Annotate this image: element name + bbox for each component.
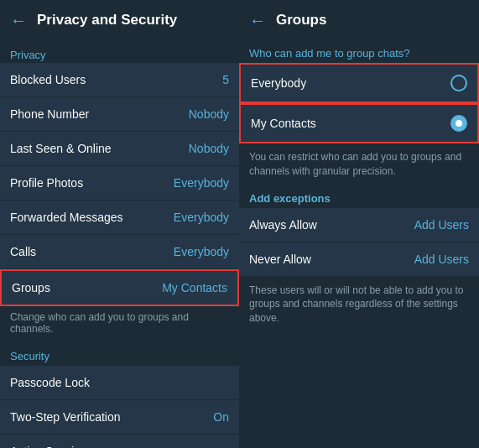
group-info-text: You can restrict who can add you to grou… [239, 143, 479, 185]
everybody-label: Everybody [251, 76, 306, 90]
profile-photos-label: Profile Photos [10, 176, 83, 190]
calls-value: Everybody [174, 245, 229, 258]
profile-photos-row[interactable]: Profile Photos Everybody [0, 166, 239, 201]
everybody-radio[interactable] [450, 75, 467, 91]
groups-sub-text: Change who can add you to groups and cha… [0, 306, 239, 340]
right-header: ← Groups [239, 0, 479, 40]
calls-label: Calls [10, 245, 36, 258]
never-allow-action[interactable]: Add Users [414, 253, 469, 266]
two-step-label: Two-Step Verification [10, 410, 121, 424]
phone-number-value: Nobody [189, 107, 229, 121]
passcode-lock-row[interactable]: Passcode Lock [0, 366, 239, 400]
two-step-value: On [213, 410, 229, 424]
right-page-title: Groups [276, 12, 326, 29]
left-header: ← Privacy and Security [0, 0, 239, 40]
last-seen-row[interactable]: Last Seen & Online Nobody [0, 132, 239, 166]
groups-label: Groups [12, 281, 50, 294]
groups-row[interactable]: Groups My Contacts [0, 269, 239, 306]
active-sessions-label: Active Sessions [10, 445, 93, 448]
right-panel: ← Groups Who can add me to group chats? … [239, 0, 479, 448]
never-allow-label: Never Allow [249, 253, 311, 266]
groups-value: My Contacts [162, 281, 227, 294]
who-can-label: Who can add me to group chats? [239, 40, 479, 63]
forwarded-messages-row[interactable]: Forwarded Messages Everybody [0, 201, 239, 235]
phone-number-label: Phone Number [10, 107, 89, 121]
blocked-users-label: Blocked Users [10, 73, 86, 86]
always-allow-action[interactable]: Add Users [414, 218, 469, 232]
phone-number-row[interactable]: Phone Number Nobody [0, 97, 239, 132]
blocked-users-value: 5 [222, 73, 229, 86]
passcode-lock-label: Passcode Lock [10, 376, 90, 389]
my-contacts-option[interactable]: My Contacts [239, 103, 479, 143]
exceptions-info-text: These users will or will not be able to … [239, 277, 479, 332]
last-seen-label: Last Seen & Online [10, 142, 112, 155]
everybody-option[interactable]: Everybody [239, 63, 479, 103]
always-allow-row[interactable]: Always Allow Add Users [239, 208, 479, 242]
privacy-section-label: Privacy [0, 44, 239, 63]
security-section-label: Security [0, 343, 239, 366]
active-sessions-row[interactable]: Active Sessions [0, 435, 239, 448]
blocked-users-row[interactable]: Blocked Users 5 [0, 63, 239, 97]
profile-photos-value: Everybody [174, 176, 229, 190]
forwarded-messages-value: Everybody [174, 211, 229, 224]
add-exceptions-label: Add exceptions [239, 185, 479, 208]
last-seen-value: Nobody [189, 142, 229, 155]
calls-row[interactable]: Calls Everybody [0, 235, 239, 269]
never-allow-row[interactable]: Never Allow Add Users [239, 242, 479, 277]
page-title: Privacy and Security [37, 12, 177, 29]
two-step-row[interactable]: Two-Step Verification On [0, 400, 239, 435]
forwarded-messages-label: Forwarded Messages [10, 211, 123, 224]
right-back-button[interactable]: ← [249, 11, 266, 30]
my-contacts-label: My Contacts [251, 117, 316, 130]
back-button[interactable]: ← [10, 11, 27, 30]
left-panel: ← Privacy and Security Privacy Blocked U… [0, 0, 239, 448]
always-allow-label: Always Allow [249, 218, 317, 232]
my-contacts-radio[interactable] [450, 115, 467, 132]
